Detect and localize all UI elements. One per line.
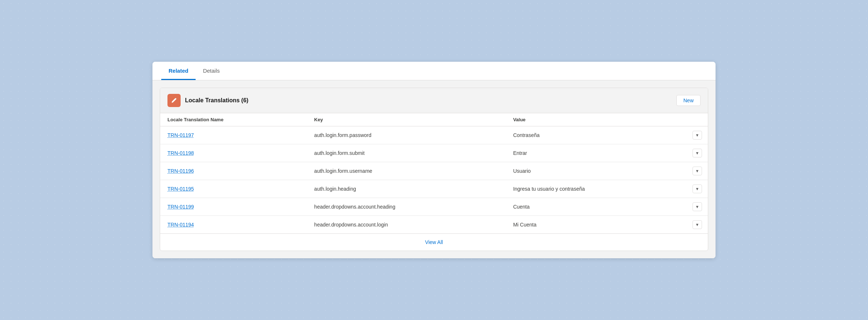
new-button[interactable]: New xyxy=(676,95,701,106)
cell-key: auth.login.form.password xyxy=(307,126,506,144)
cell-value: Mi Cuenta xyxy=(506,216,685,234)
content-area: Locale Translations (6) New Locale Trans… xyxy=(152,80,716,258)
section-header-left: Locale Translations (6) xyxy=(167,94,248,107)
table-header-row: Locale Translation Name Key Value xyxy=(160,113,708,126)
col-header-name: Locale Translation Name xyxy=(160,113,307,126)
cell-value: Entrar xyxy=(506,144,685,162)
cell-action: ▼ xyxy=(685,180,708,198)
tab-related[interactable]: Related xyxy=(161,62,196,80)
tab-details[interactable]: Details xyxy=(196,62,227,80)
cell-key: header.dropdowns.account.heading xyxy=(307,198,506,216)
cell-key: auth.login.form.username xyxy=(307,162,506,180)
table-row: TRN-01198 auth.login.form.submit Entrar … xyxy=(160,144,708,162)
main-card: Related Details Locale Translations (6) … xyxy=(152,62,716,258)
record-link-4[interactable]: TRN-01199 xyxy=(167,204,194,210)
cell-name: TRN-01198 xyxy=(160,144,307,162)
cell-value: Cuenta xyxy=(506,198,685,216)
section-title: Locale Translations (6) xyxy=(185,97,248,104)
view-all-row: View All xyxy=(160,233,708,251)
cell-name: TRN-01197 xyxy=(160,126,307,144)
record-link-1[interactable]: TRN-01198 xyxy=(167,150,194,156)
locale-translations-icon xyxy=(167,94,181,107)
row-dropdown-button-3[interactable]: ▼ xyxy=(692,184,702,193)
section-header: Locale Translations (6) New xyxy=(160,88,708,113)
table-row: TRN-01197 auth.login.form.password Contr… xyxy=(160,126,708,144)
cell-action: ▼ xyxy=(685,162,708,180)
col-header-action xyxy=(685,113,708,126)
row-dropdown-button-1[interactable]: ▼ xyxy=(692,149,702,157)
cell-key: auth.login.form.submit xyxy=(307,144,506,162)
view-all-link[interactable]: View All xyxy=(425,239,443,245)
cell-action: ▼ xyxy=(685,216,708,234)
cell-name: TRN-01194 xyxy=(160,216,307,234)
cell-action: ▼ xyxy=(685,126,708,144)
col-header-key: Key xyxy=(307,113,506,126)
record-link-2[interactable]: TRN-01196 xyxy=(167,168,194,174)
cell-name: TRN-01199 xyxy=(160,198,307,216)
cell-value: Contraseña xyxy=(506,126,685,144)
table-row: TRN-01196 auth.login.form.username Usuar… xyxy=(160,162,708,180)
row-dropdown-button-5[interactable]: ▼ xyxy=(692,220,702,229)
row-dropdown-button-0[interactable]: ▼ xyxy=(692,131,702,140)
locale-translations-table: Locale Translation Name Key Value TRN-01… xyxy=(160,113,708,233)
table-row: TRN-01194 header.dropdowns.account.login… xyxy=(160,216,708,234)
col-header-value: Value xyxy=(506,113,685,126)
record-link-3[interactable]: TRN-01195 xyxy=(167,186,194,192)
table-row: TRN-01195 auth.login.heading Ingresa tu … xyxy=(160,180,708,198)
cell-action: ▼ xyxy=(685,198,708,216)
cell-value: Ingresa tu usuario y contraseña xyxy=(506,180,685,198)
table-row: TRN-01199 header.dropdowns.account.headi… xyxy=(160,198,708,216)
cell-key: auth.login.heading xyxy=(307,180,506,198)
cell-value: Usuario xyxy=(506,162,685,180)
cell-name: TRN-01196 xyxy=(160,162,307,180)
cell-name: TRN-01195 xyxy=(160,180,307,198)
cell-key: header.dropdowns.account.login xyxy=(307,216,506,234)
related-section: Locale Translations (6) New Locale Trans… xyxy=(160,88,708,251)
row-dropdown-button-4[interactable]: ▼ xyxy=(692,202,702,211)
record-link-5[interactable]: TRN-01194 xyxy=(167,222,194,228)
tabs-bar: Related Details xyxy=(152,62,716,80)
row-dropdown-button-2[interactable]: ▼ xyxy=(692,167,702,175)
record-link-0[interactable]: TRN-01197 xyxy=(167,132,194,138)
cell-action: ▼ xyxy=(685,144,708,162)
